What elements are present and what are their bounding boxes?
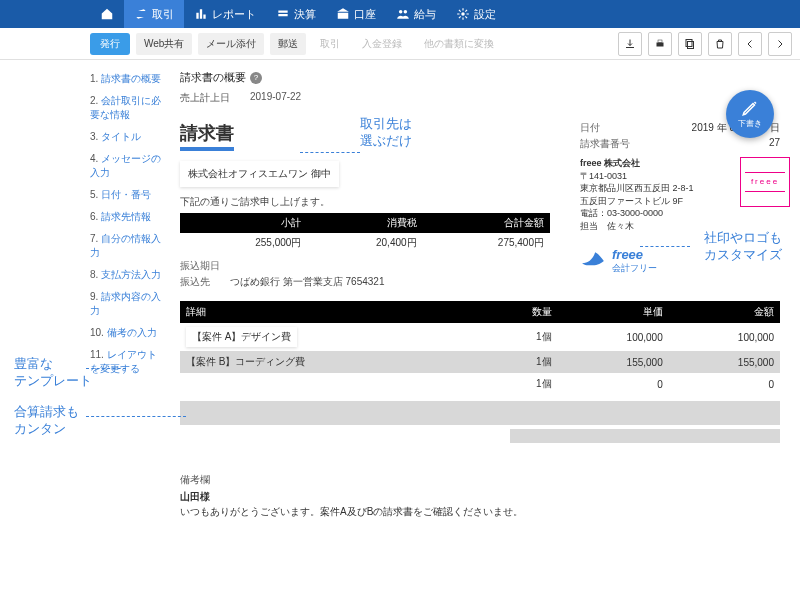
sales-date-label: 売上計上日 (180, 91, 230, 105)
chip-ghost-2: 入金登録 (354, 33, 410, 55)
home-icon (100, 7, 114, 21)
sidebar-item[interactable]: 7. 自分の情報入力 (90, 232, 162, 260)
sidebar-item[interactable]: 5. 日付・番号 (90, 188, 162, 202)
chip-post[interactable]: 郵送 (270, 33, 306, 55)
bank-block: 振込期日 振込先つばめ銀行 第一営業支店 7654321 (180, 259, 550, 289)
steps-sidebar: 1. 請求書の概要2. 会計取引に必要な情報3. タイトル4. メッセージの入力… (0, 60, 170, 600)
next-button[interactable] (768, 32, 792, 56)
meta-row: 売上計上日 2019-07-22 (180, 91, 780, 105)
section-title: 請求書の概要 ? (180, 70, 780, 85)
remarks-block: 備考欄 山田様 いつもありがとうございます。案件A及びBの請求書をご確認ください… (180, 473, 780, 519)
svg-rect-4 (658, 40, 662, 43)
table-row[interactable]: 【案件 B】コーディング費1個155,000155,000 (180, 351, 780, 373)
people-icon (396, 7, 410, 21)
sidebar-item[interactable]: 8. 支払方法入力 (90, 268, 162, 282)
help-icon[interactable]: ? (250, 72, 262, 84)
svg-rect-6 (686, 39, 692, 46)
totals-placeholder-2 (510, 429, 780, 443)
nav-label: 決算 (294, 7, 316, 22)
nav-closing[interactable]: 決算 (266, 0, 326, 28)
nav-payroll[interactable]: 給与 (386, 0, 446, 28)
company-block: freee 株式会社 〒141-0031 東京都品川区西五反田 2-8-1 五反… (580, 157, 780, 233)
download-button[interactable] (618, 32, 642, 56)
th-total: 合計金額 (423, 213, 550, 233)
sub-note: 下記の通りご請求申し上げます。 (180, 195, 550, 209)
svg-point-2 (461, 12, 465, 16)
sidebar-item[interactable]: 10. 備考の入力 (90, 326, 162, 340)
chip-ghost-3: 他の書類に変換 (416, 33, 502, 55)
content-area: 請求書の概要 ? 売上計上日 2019-07-22 請求書 株式会社オフィスエム… (170, 60, 800, 600)
sub-toolbar: 発行 Web共有 メール添付 郵送 取引 入金登録 他の書類に変換 (0, 28, 800, 60)
svg-point-1 (404, 10, 408, 13)
chart-icon (194, 7, 208, 21)
sidebar-item[interactable]: 1. 請求書の概要 (90, 72, 162, 86)
svg-rect-3 (657, 42, 664, 46)
nav-reports[interactable]: レポート (184, 0, 266, 28)
table-row[interactable]: 【案件 A】デザイン費1個100,000100,000 (180, 323, 780, 351)
nav-accounts[interactable]: 口座 (326, 0, 386, 28)
chip-ghost-1: 取引 (312, 33, 348, 55)
line-items-table: 詳細 数量 単価 金額 【案件 A】デザイン費1個100,000100,000【… (180, 301, 780, 395)
copy-button[interactable] (678, 32, 702, 56)
edit-fab[interactable]: 下書き (726, 90, 774, 138)
logo-block: freee 会計フリー (580, 247, 780, 275)
sidebar-item[interactable]: 9. 請求内容の入力 (90, 290, 162, 318)
sidebar-item[interactable]: 4. メッセージの入力 (90, 152, 162, 180)
svg-point-0 (399, 10, 403, 13)
table-row[interactable]: 1個00 (180, 373, 780, 395)
recipient-select[interactable]: 株式会社オフィスエムワン 御中 (180, 161, 339, 187)
chip-webshare[interactable]: Web共有 (136, 33, 192, 55)
trash-button[interactable] (708, 32, 732, 56)
balance-icon (276, 7, 290, 21)
print-button[interactable] (648, 32, 672, 56)
td-tax: 20,400円 (307, 233, 422, 253)
th-subtotal: 小計 (180, 213, 307, 233)
sidebar-item[interactable]: 2. 会計取引に必要な情報 (90, 94, 162, 122)
td-subtotal: 255,000円 (180, 233, 307, 253)
pencil-icon (741, 99, 759, 117)
td-total: 275,400円 (423, 233, 550, 253)
totals-table: 小計 消費税 合計金額 255,000円 20,400円 275,400円 (180, 213, 550, 253)
nav-label: 口座 (354, 7, 376, 22)
nav-label: レポート (212, 7, 256, 22)
top-nav: 取引 レポート 決算 口座 給与 設定 (0, 0, 800, 28)
gear-icon (456, 7, 470, 21)
nav-label: 取引 (152, 7, 174, 22)
sidebar-item[interactable]: 6. 請求先情報 (90, 210, 162, 224)
chip-mail[interactable]: メール添付 (198, 33, 264, 55)
totals-placeholder (180, 401, 780, 425)
sales-date-value: 2019-07-22 (250, 91, 301, 105)
nav-home[interactable] (90, 0, 124, 28)
sidebar-item[interactable]: 11. レイアウトを変更する (90, 348, 162, 376)
nav-label: 設定 (474, 7, 496, 22)
company-stamp: freee (740, 157, 790, 207)
invoice-title: 請求書 (180, 121, 234, 151)
bank-icon (336, 7, 350, 21)
nav-label: 給与 (414, 7, 436, 22)
th-tax: 消費税 (307, 213, 422, 233)
nav-settings[interactable]: 設定 (446, 0, 506, 28)
sidebar-item[interactable]: 3. タイトル (90, 130, 162, 144)
prev-button[interactable] (738, 32, 762, 56)
issue-button[interactable]: 発行 (90, 33, 130, 55)
bird-icon (580, 248, 606, 274)
svg-rect-5 (688, 41, 694, 48)
swap-icon (134, 7, 148, 21)
nav-transactions[interactable]: 取引 (124, 0, 184, 28)
